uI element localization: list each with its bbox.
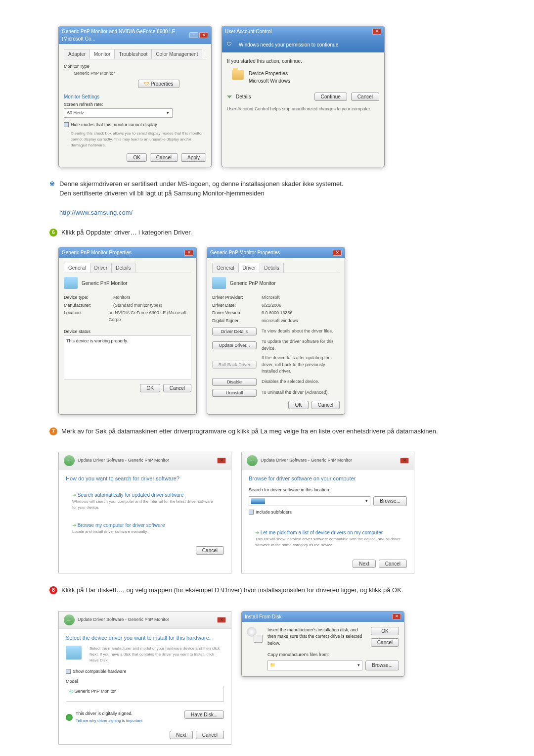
ok-button[interactable]: OK	[288, 401, 308, 409]
close-icon[interactable]: ✕	[333, 250, 342, 256]
uac-headline: Windows needs your permission to contion…	[239, 41, 340, 48]
tab-troubleshoot[interactable]: Troubleshoot	[114, 49, 152, 59]
monitor-type-heading: Monitor Type	[64, 63, 206, 70]
note-symbol-icon: ※	[49, 179, 56, 186]
continue-button[interactable]: Continue	[314, 93, 347, 101]
location-input[interactable]: ▾	[249, 496, 370, 506]
apply-button[interactable]: Apply	[181, 153, 206, 162]
next-button[interactable]: Next	[353, 560, 376, 568]
cancel-button[interactable]: Cancel	[371, 638, 399, 647]
samsung-link[interactable]: http://www.samsung.com/	[59, 209, 133, 216]
cancel-button[interactable]: Cancel	[351, 93, 379, 101]
monitor-properties-dialog: Generic PnP Monitor and NVIDIA GeForce 6…	[58, 26, 212, 167]
ok-button[interactable]: OK	[371, 627, 399, 635]
option-pick-from-list[interactable]: ➔ Let me pick from a list of device driv…	[249, 524, 407, 553]
tab-general[interactable]: General	[212, 263, 239, 273]
step-marker-6: 6	[49, 229, 57, 236]
monitor-icon	[212, 277, 226, 289]
close-icon[interactable]: ✕	[372, 29, 381, 35]
refresh-rate-select[interactable]: 60 Hertz▾	[64, 108, 173, 118]
step-8: 8 Klikk på Har diskett…, og velg mappen …	[49, 585, 504, 601]
shield-icon: 🛡	[227, 41, 235, 48]
tab-details[interactable]: Details	[111, 263, 135, 273]
model-list[interactable]: ◎ Generic PnP Monitor	[66, 686, 224, 702]
note-block: ※ Denne skjermdriveren er sertifisert un…	[49, 179, 504, 218]
cancel-button[interactable]: Cancel	[150, 153, 178, 162]
chevron-down-icon: ▾	[357, 662, 360, 669]
show-compatible-checkbox[interactable]	[66, 669, 71, 674]
tab-adapter[interactable]: Adapter	[64, 49, 90, 59]
signing-info-link[interactable]: Tell me why driver signing is important	[76, 718, 142, 723]
update-driver-button[interactable]: Update Driver...	[212, 341, 257, 349]
uninstall-button[interactable]: Uninstall	[212, 389, 257, 397]
shield-icon: 🛡	[144, 81, 149, 87]
have-disk-button[interactable]: Have Disk...	[184, 710, 224, 719]
step-8-text: Klikk på Har diskett…, og velg mappen (f…	[61, 585, 403, 595]
browse-button[interactable]: Browse...	[365, 661, 399, 670]
monitor-icon	[66, 646, 82, 660]
device-status-box: This device is working properly.	[64, 335, 191, 380]
properties-button[interactable]: 🛡 Properties	[138, 80, 179, 88]
next-button[interactable]: Next	[170, 731, 193, 739]
back-icon[interactable]: ←	[247, 455, 258, 466]
close-icon[interactable]: ✕	[199, 32, 208, 38]
chevron-down-icon: ▾	[365, 498, 368, 505]
tabs: Adapter Monitor Troubleshoot Color Manag…	[64, 49, 206, 59]
cancel-button[interactable]: Cancel	[196, 546, 224, 555]
include-subfolders-checkbox[interactable]	[249, 510, 254, 515]
back-icon[interactable]: ←	[64, 614, 75, 625]
driver-details-button[interactable]: Driver Details	[212, 328, 257, 335]
window-title: Generic PnP Monitor and NVIDIA GeForce 6…	[62, 28, 189, 43]
wizard-header: ← Update Driver Software - Generic PnP M…	[59, 452, 231, 470]
tab-monitor[interactable]: Monitor	[89, 49, 115, 59]
install-from-disk-dialog: Install From Disk ✕ Insert the manufactu…	[241, 611, 404, 677]
close-icon[interactable]: ✕	[400, 458, 409, 464]
hide-modes-label: Hide modes that this monitor cannot disp…	[71, 122, 157, 129]
device-props-driver: Generic PnP Monitor Properties ✕ General…	[207, 247, 345, 415]
step-marker-8: 8	[49, 586, 57, 594]
cancel-button[interactable]: Cancel	[312, 401, 340, 409]
chevron-down-icon[interactable]	[227, 95, 232, 98]
details-label[interactable]: Details	[236, 93, 251, 100]
ok-button[interactable]: OK	[127, 153, 146, 162]
close-icon[interactable]: ✕	[217, 617, 226, 623]
option-browse-computer[interactable]: ➔ Browse my computer for driver software…	[66, 517, 224, 539]
wizard-title: Browse for driver software on your compu…	[249, 474, 407, 483]
minimize-icon[interactable]: −	[189, 32, 198, 38]
back-icon[interactable]: ←	[64, 455, 75, 466]
hide-modes-checkbox[interactable]	[64, 122, 69, 127]
search-label: Search for driver software in this locat…	[249, 487, 407, 494]
rollback-button[interactable]: Roll Back Driver	[212, 361, 257, 369]
select-device-driver-wizard: ← Update Driver Software - Generic PnP M…	[58, 611, 231, 745]
disable-button[interactable]: Disable	[212, 378, 257, 386]
update-driver-wizard-search: ← Update Driver Software - Generic PnP M…	[58, 452, 231, 573]
cancel-button[interactable]: Cancel	[196, 731, 224, 739]
close-icon[interactable]: ✕	[392, 614, 401, 619]
browse-button[interactable]: Browse...	[373, 496, 407, 506]
uac-footer: User Account Control helps stop unauthor…	[227, 106, 379, 113]
cancel-button[interactable]: Cancel	[379, 560, 407, 568]
uac-device-props: Device Properties	[249, 70, 290, 77]
device-props-general: Generic PnP Monitor Properties ✕ General…	[58, 247, 197, 415]
ok-button[interactable]: OK	[140, 384, 160, 392]
copy-path-input[interactable]: 📁▾	[267, 661, 362, 670]
hide-modes-desc: Clearing this check box allows you to se…	[71, 131, 206, 148]
step-6-text: Klikk på Oppdater driver… i kategorien D…	[61, 228, 192, 237]
titlebar: Generic PnP Monitor Properties ✕	[59, 247, 196, 258]
tab-general[interactable]: General	[64, 263, 90, 273]
close-icon[interactable]: ✕	[184, 250, 193, 256]
arrow-icon: ➔	[255, 530, 259, 535]
step-6: 6 Klikk på Oppdater driver… i kategorien…	[49, 228, 504, 237]
copy-from-label: Copy manufacturer's files from:	[267, 652, 399, 659]
close-icon[interactable]: ✕	[217, 458, 226, 464]
tab-driver[interactable]: Driver	[90, 263, 112, 273]
step-marker-7: 7	[49, 427, 57, 435]
cancel-button[interactable]: Cancel	[163, 384, 191, 392]
option-search-auto[interactable]: ➔ Search automatically for updated drive…	[66, 487, 224, 515]
uac-headline-banner: 🛡 Windows needs your permission to conti…	[222, 37, 384, 52]
tab-driver[interactable]: Driver	[238, 263, 261, 273]
step-7-text: Merk av for Søk på datamaskinen etter dr…	[61, 426, 438, 436]
tab-details[interactable]: Details	[260, 263, 284, 273]
tab-color-management[interactable]: Color Management	[151, 49, 202, 59]
monitor-settings-heading: Monitor Settings	[64, 93, 206, 100]
